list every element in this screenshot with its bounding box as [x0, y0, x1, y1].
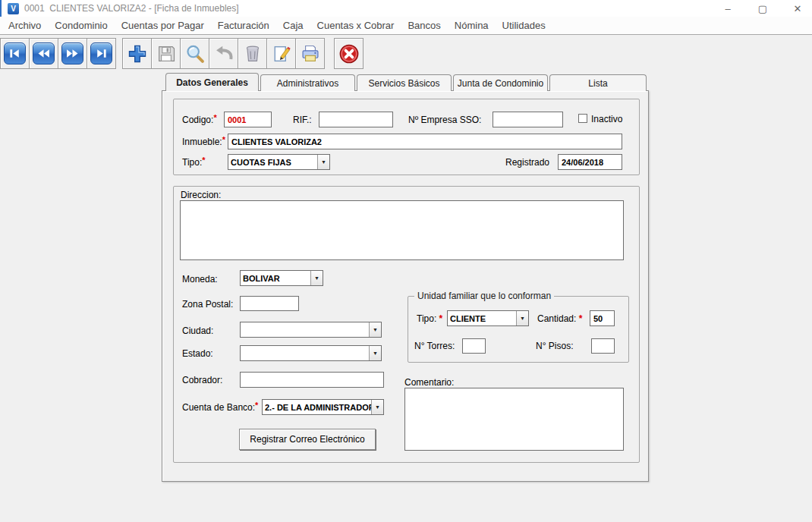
toolbar	[0, 36, 812, 71]
registrar-correo-button[interactable]: Registrar Correo Electrónico	[239, 429, 376, 450]
tab-datos-generales[interactable]: Datos Generales	[165, 73, 259, 91]
chevron-down-icon: ▼	[310, 271, 323, 285]
chevron-down-icon: ▼	[371, 400, 383, 414]
last-record-icon	[90, 42, 112, 64]
menu-cuentas-por-pagar[interactable]: Cuentas por Pagar	[115, 17, 211, 34]
direccion-textarea[interactable]	[180, 200, 624, 260]
tab-administrativos[interactable]: Administrativos	[260, 74, 355, 91]
application-window: V 0001 CLIENTES VALORIZA2 - [Ficha de In…	[0, 0, 812, 522]
torres-input[interactable]	[462, 338, 486, 354]
previous-record-icon	[33, 42, 55, 64]
unidad-tipo-label: Tipo: *	[417, 313, 442, 324]
print-icon	[300, 43, 321, 64]
menu-caja[interactable]: Caja	[276, 17, 310, 34]
next-record-icon	[61, 42, 83, 64]
estado-label: Estado:	[182, 348, 213, 359]
tab-servicios-basicos[interactable]: Servicios Básicos	[357, 74, 452, 91]
comentario-label: Comentario:	[404, 377, 454, 388]
cobrador-label: Cobrador:	[182, 375, 222, 385]
ciudad-dropdown[interactable]: ▼	[240, 322, 382, 338]
required-marker: *	[222, 135, 225, 144]
tab-lista[interactable]: Lista	[549, 74, 647, 91]
menu-nomina[interactable]: Nómina	[448, 17, 496, 34]
pisos-input[interactable]	[591, 338, 615, 354]
cantidad-label: Cantidad: *	[537, 313, 582, 324]
menu-bancos[interactable]: Bancos	[401, 17, 447, 34]
moneda-label: Moneda:	[182, 274, 218, 285]
unidad-tipo-dropdown[interactable]: CLIENTE ▼	[447, 310, 529, 326]
ciudad-label: Ciudad:	[182, 325, 213, 336]
rif-label: RIF.:	[293, 115, 312, 125]
menu-archivo[interactable]: Archivo	[2, 17, 48, 34]
search-button[interactable]	[180, 38, 209, 69]
menu-facturacion[interactable]: Facturación	[211, 17, 276, 34]
app-icon: V	[8, 3, 19, 14]
cuenta-banco-label: Cuenta de Banco:*	[182, 402, 258, 413]
inactivo-checkbox[interactable]	[578, 114, 587, 123]
tab-junta-de-condominio[interactable]: Junta de Condominio	[453, 74, 548, 91]
estado-dropdown[interactable]: ▼	[240, 345, 382, 361]
delete-button[interactable]	[238, 38, 267, 69]
codigo-label: Codigo:*	[182, 115, 217, 125]
print-button[interactable]	[295, 38, 325, 69]
zona-postal-input[interactable]	[240, 296, 299, 311]
cantidad-input[interactable]	[590, 310, 615, 326]
chevron-down-icon: ▼	[369, 346, 381, 360]
tipo-dropdown[interactable]: CUOTAS FIJAS ▼	[228, 154, 330, 170]
required-marker: *	[202, 156, 205, 165]
comentario-textarea[interactable]	[404, 388, 624, 451]
maximize-icon[interactable]: ▢	[756, 2, 770, 15]
previous-record-button[interactable]	[29, 38, 58, 69]
cuenta-banco-dropdown[interactable]: 2.- DE LA ADMINISTRADORA ▼	[262, 399, 384, 415]
inmueble-label: Inmueble:*	[182, 137, 225, 147]
required-marker: *	[579, 313, 583, 324]
cobrador-input[interactable]	[240, 372, 384, 388]
close-icon	[338, 43, 360, 64]
close-window-icon[interactable]: ✕	[791, 2, 804, 15]
save-icon	[156, 43, 177, 64]
registrado-input[interactable]	[558, 154, 622, 170]
empresa-sso-label: Nº Empresa SSO:	[408, 115, 481, 125]
required-marker: *	[439, 313, 443, 324]
torres-label: N° Torres:	[414, 341, 455, 351]
add-button[interactable]	[122, 38, 152, 69]
menu-cuentas-x-cobrar[interactable]: Cuentas x Cobrar	[310, 17, 401, 34]
zona-postal-label: Zona Postal:	[182, 299, 233, 310]
inactivo-label: Inactivo	[591, 114, 622, 124]
window-title: 0001 CLIENTES VALORIZA2 - [Ficha de Inmu…	[24, 0, 239, 17]
menu-utilidades[interactable]: Utilidades	[496, 17, 552, 34]
save-button[interactable]	[151, 38, 181, 69]
menu-condominio[interactable]: Condominio	[48, 17, 114, 34]
edit-button[interactable]	[266, 38, 296, 69]
next-record-button[interactable]	[58, 38, 87, 69]
required-marker: *	[213, 113, 216, 122]
menu-bar: Archivo Condominio Cuentas por Pagar Fac…	[0, 17, 812, 35]
registrado-label: Registrado	[505, 157, 549, 168]
inmueble-input[interactable]	[228, 134, 622, 149]
required-marker: *	[255, 401, 258, 410]
edit-icon	[271, 43, 292, 64]
first-record-icon	[4, 42, 26, 64]
title-bar: V 0001 CLIENTES VALORIZA2 - [Ficha de In…	[0, 0, 812, 17]
first-record-button[interactable]	[0, 38, 30, 69]
chevron-down-icon: ▼	[369, 322, 381, 337]
search-icon	[184, 43, 206, 64]
codigo-input[interactable]	[224, 112, 272, 127]
moneda-dropdown[interactable]: BOLIVAR ▼	[240, 270, 323, 286]
last-record-button[interactable]	[87, 38, 116, 69]
pisos-label: N° Pisos:	[536, 341, 573, 351]
undo-icon	[213, 43, 234, 64]
unidad-familiar-title: Unidad familiar que lo conforman	[414, 291, 554, 301]
trash-icon	[242, 43, 263, 64]
close-button[interactable]	[334, 38, 364, 69]
chevron-down-icon: ▼	[516, 311, 528, 325]
empresa-sso-input[interactable]	[493, 112, 563, 127]
rif-input[interactable]	[319, 112, 393, 127]
direccion-label: Direccion:	[181, 190, 221, 200]
chevron-down-icon: ▼	[317, 155, 329, 169]
undo-button[interactable]	[209, 38, 238, 69]
tipo-label: Tipo:*	[182, 157, 206, 168]
minimize-icon[interactable]: –	[721, 2, 735, 15]
add-icon	[127, 43, 148, 64]
